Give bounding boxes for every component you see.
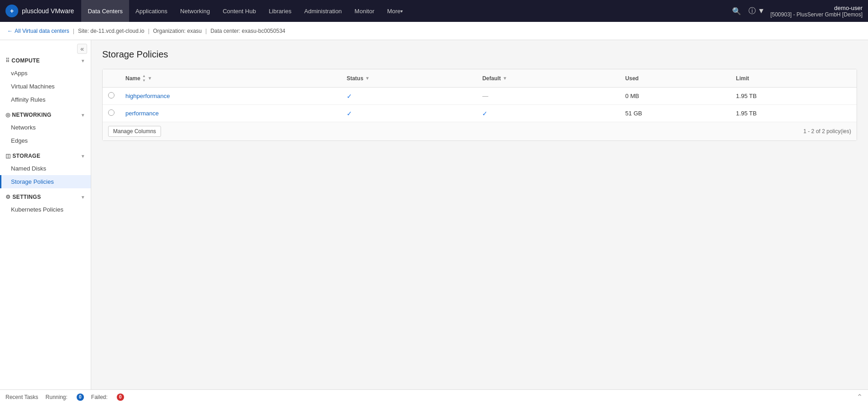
content-area: Storage Policies Name▲▼▼Status▼Default▼U…: [91, 40, 868, 389]
top-nav: + pluscloud VMware Data CentersApplicati…: [0, 0, 868, 22]
row-name-0[interactable]: highperformance: [120, 88, 341, 105]
running-label: Running:: [46, 394, 68, 400]
user-menu[interactable]: demo-user [500903] - PlusServer GmbH [De…: [770, 5, 863, 18]
th-label-used: Used: [625, 75, 639, 82]
status-check-icon-1: ✓: [347, 110, 352, 117]
sidebar-item-virtual-machines[interactable]: Virtual Machines: [0, 80, 91, 93]
nav-item-data-centers[interactable]: Data Centers: [81, 0, 129, 22]
default-dash-icon-0: —: [482, 93, 488, 99]
brand-name: pluscloud VMware: [22, 7, 74, 15]
sidebar-sections: ⠿Compute▼vAppsVirtual MachinesAffinity R…: [0, 54, 91, 218]
failed-count-badge: 0: [117, 394, 124, 401]
table-wrapper: Name▲▼▼Status▼Default▼UsedLimit highperf…: [103, 69, 857, 122]
sidebar-section-compute: ⠿Compute▼vAppsVirtual MachinesAffinity R…: [0, 54, 91, 106]
sidebar-section-header-settings[interactable]: ⚙Settings▼: [0, 190, 91, 203]
top-nav-right: 🔍 ⓘ ▼ demo-user [500903] - PlusServer Gm…: [730, 5, 863, 18]
sidebar-item-storage-policies[interactable]: Storage Policies: [0, 175, 91, 188]
back-arrow-icon: ←: [7, 28, 13, 34]
sidebar-item-vapps[interactable]: vApps: [0, 67, 91, 80]
section-label-networking: Networking: [12, 112, 51, 118]
running-count-badge: 0: [77, 394, 84, 401]
sidebar-section-storage: ◫Storage▼Named DisksStorage Policies: [0, 149, 91, 188]
row-name-1[interactable]: performance: [120, 105, 341, 122]
row-status-0: ✓: [341, 88, 477, 105]
section-label-compute: Compute: [11, 57, 40, 64]
th-label-default: Default: [482, 75, 501, 82]
th-used: Used: [620, 69, 731, 88]
nav-items: Data CentersApplicationsNetworkingConten…: [81, 0, 730, 22]
chevron-icon-networking: ▼: [81, 113, 85, 118]
row-status-1: ✓: [341, 105, 477, 122]
breadcrumb-datacenter: Data center: exasu-bc0050534: [210, 28, 285, 34]
row-limit-1: 1.95 TB: [731, 105, 857, 122]
sidebar-section-header-networking[interactable]: ◎Networking▼: [0, 108, 91, 121]
row-used-0: 0 MB: [620, 88, 731, 105]
user-org: [500903] - PlusServer GmbH [Demos]: [770, 11, 863, 18]
sidebar-item-affinity-rules[interactable]: Affinity Rules: [0, 93, 91, 106]
table-header: Name▲▼▼Status▼Default▼UsedLimit: [103, 69, 857, 88]
table-row: highperformance✓—0 MB1.95 TB: [103, 88, 857, 105]
filter-icon-name[interactable]: ▼: [148, 76, 152, 81]
section-label-settings: Settings: [12, 194, 41, 200]
nav-item-networking[interactable]: Networking: [174, 0, 216, 22]
chevron-icon-storage: ▼: [81, 154, 85, 159]
th-status[interactable]: Status▼: [341, 69, 477, 88]
sidebar-item-edges[interactable]: Edges: [0, 134, 91, 147]
section-icon-compute: ⠿: [5, 57, 10, 64]
failed-label: Failed:: [91, 394, 108, 400]
sort-icon-name[interactable]: ▲▼: [142, 74, 146, 83]
section-label-storage: Storage: [12, 153, 40, 159]
filter-icon-default[interactable]: ▼: [503, 76, 507, 81]
nav-item-content-hub[interactable]: Content Hub: [216, 0, 262, 22]
row-default-1: ✓: [477, 105, 619, 122]
search-icon[interactable]: 🔍: [730, 5, 743, 17]
section-icon-settings: ⚙: [5, 194, 10, 200]
row-used-1: 51 GB: [620, 105, 731, 122]
storage-policies-table: Name▲▼▼Status▼Default▼UsedLimit highperf…: [103, 69, 857, 122]
main-layout: « ⠿Compute▼vAppsVirtual MachinesAffinity…: [0, 40, 868, 389]
th-label-limit: Limit: [736, 75, 749, 82]
sidebar-item-networks[interactable]: Networks: [0, 121, 91, 134]
radio-button-1[interactable]: [108, 109, 114, 116]
sidebar-item-named-disks[interactable]: Named Disks: [0, 162, 91, 175]
default-check-icon-1: ✓: [482, 110, 488, 117]
nav-item-more[interactable]: More: [381, 0, 410, 22]
status-check-icon-0: ✓: [347, 93, 352, 100]
manage-columns-button[interactable]: Manage Columns: [108, 126, 161, 137]
filter-icon-status[interactable]: ▼: [365, 76, 370, 81]
row-limit-0: 1.95 TB: [731, 88, 857, 105]
th-select: [103, 69, 120, 88]
th-label-name: Name: [125, 75, 140, 82]
sidebar-section-header-storage[interactable]: ◫Storage▼: [0, 149, 91, 162]
row-radio-0[interactable]: [103, 88, 120, 105]
chevron-icon-compute: ▼: [81, 58, 85, 63]
sidebar-collapse: «: [0, 40, 91, 54]
sidebar-section-header-compute[interactable]: ⠿Compute▼: [0, 54, 91, 67]
sidebar-item-kubernetes-policies[interactable]: Kubernetes Policies: [0, 203, 91, 216]
nav-item-administration[interactable]: Administration: [298, 0, 348, 22]
th-limit: Limit: [731, 69, 857, 88]
scroll-up-icon[interactable]: ⌃: [857, 393, 863, 401]
brand-logo: +: [5, 5, 18, 17]
nav-item-applications[interactable]: Applications: [129, 0, 174, 22]
back-link-label: All Virtual data centers: [15, 28, 69, 34]
sidebar-section-networking: ◎Networking▼NetworksEdges: [0, 108, 91, 147]
breadcrumb-site: Site: de-11.vcd.get-cloud.io: [78, 28, 144, 34]
brand[interactable]: + pluscloud VMware: [5, 5, 74, 17]
radio-button-0[interactable]: [108, 92, 114, 98]
th-name[interactable]: Name▲▼▼: [120, 69, 341, 88]
sidebar: « ⠿Compute▼vAppsVirtual MachinesAffinity…: [0, 40, 91, 389]
help-icon[interactable]: ⓘ ▼: [747, 5, 767, 18]
breadcrumb-org: Organization: exasu: [153, 28, 202, 34]
th-default[interactable]: Default▼: [477, 69, 619, 88]
recent-tasks-label: Recent Tasks: [5, 394, 38, 400]
nav-item-monitor[interactable]: Monitor: [348, 0, 380, 22]
row-radio-1[interactable]: [103, 105, 120, 122]
storage-policies-table-card: Name▲▼▼Status▼Default▼UsedLimit highperf…: [102, 69, 857, 141]
nav-item-libraries[interactable]: Libraries: [262, 0, 298, 22]
section-icon-networking: ◎: [5, 112, 10, 118]
sidebar-collapse-button[interactable]: «: [77, 44, 87, 54]
back-link[interactable]: ← All Virtual data centers: [7, 28, 69, 34]
bottom-bar: Recent Tasks Running: 0 Failed: 0 ⌃: [0, 389, 868, 404]
pagination-info: 1 - 2 of 2 policy(ies): [803, 128, 851, 135]
